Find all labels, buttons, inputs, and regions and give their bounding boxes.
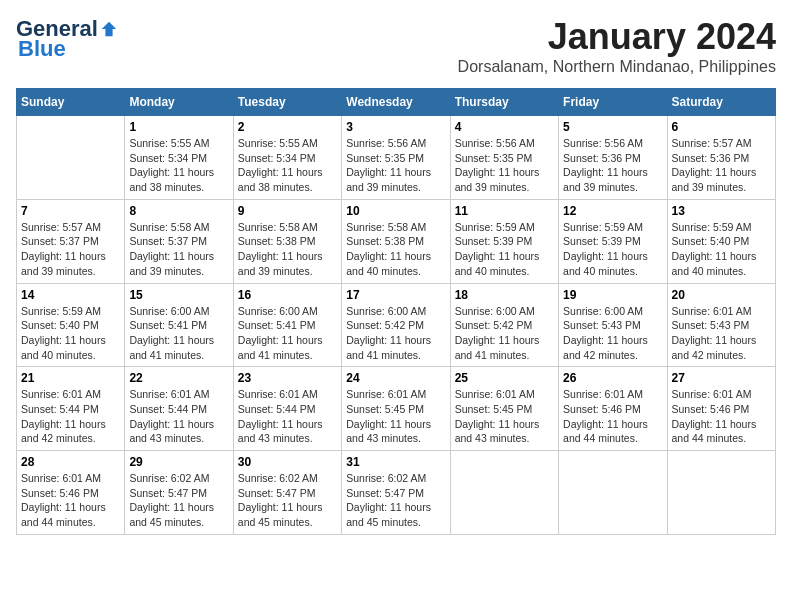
- day-info: Sunrise: 5:57 AM Sunset: 5:37 PM Dayligh…: [21, 220, 120, 279]
- day-number: 10: [346, 204, 445, 218]
- weekday-header: Friday: [559, 89, 667, 116]
- day-info: Sunrise: 5:59 AM Sunset: 5:39 PM Dayligh…: [455, 220, 554, 279]
- weekday-header: Saturday: [667, 89, 775, 116]
- day-info: Sunrise: 6:00 AM Sunset: 5:42 PM Dayligh…: [455, 304, 554, 363]
- day-number: 2: [238, 120, 337, 134]
- calendar-cell: 2Sunrise: 5:55 AM Sunset: 5:34 PM Daylig…: [233, 116, 341, 200]
- day-number: 24: [346, 371, 445, 385]
- day-info: Sunrise: 5:58 AM Sunset: 5:38 PM Dayligh…: [238, 220, 337, 279]
- calendar-cell: 1Sunrise: 5:55 AM Sunset: 5:34 PM Daylig…: [125, 116, 233, 200]
- day-number: 29: [129, 455, 228, 469]
- logo-blue: Blue: [18, 36, 66, 62]
- day-number: 1: [129, 120, 228, 134]
- day-info: Sunrise: 6:00 AM Sunset: 5:41 PM Dayligh…: [238, 304, 337, 363]
- calendar-week-row: 7Sunrise: 5:57 AM Sunset: 5:37 PM Daylig…: [17, 199, 776, 283]
- day-number: 3: [346, 120, 445, 134]
- day-number: 17: [346, 288, 445, 302]
- day-info: Sunrise: 6:01 AM Sunset: 5:46 PM Dayligh…: [21, 471, 120, 530]
- weekday-header: Monday: [125, 89, 233, 116]
- day-number: 5: [563, 120, 662, 134]
- day-info: Sunrise: 6:02 AM Sunset: 5:47 PM Dayligh…: [129, 471, 228, 530]
- day-number: 15: [129, 288, 228, 302]
- day-info: Sunrise: 6:01 AM Sunset: 5:43 PM Dayligh…: [672, 304, 771, 363]
- calendar-cell: 6Sunrise: 5:57 AM Sunset: 5:36 PM Daylig…: [667, 116, 775, 200]
- calendar-cell: [17, 116, 125, 200]
- calendar-cell: 9Sunrise: 5:58 AM Sunset: 5:38 PM Daylig…: [233, 199, 341, 283]
- day-number: 6: [672, 120, 771, 134]
- calendar-cell: 27Sunrise: 6:01 AM Sunset: 5:46 PM Dayli…: [667, 367, 775, 451]
- calendar-title: January 2024: [458, 16, 776, 58]
- day-number: 30: [238, 455, 337, 469]
- calendar-cell: 10Sunrise: 5:58 AM Sunset: 5:38 PM Dayli…: [342, 199, 450, 283]
- calendar-subtitle: Dorsalanam, Northern Mindanao, Philippin…: [458, 58, 776, 76]
- calendar-cell: 20Sunrise: 6:01 AM Sunset: 5:43 PM Dayli…: [667, 283, 775, 367]
- calendar-cell: 11Sunrise: 5:59 AM Sunset: 5:39 PM Dayli…: [450, 199, 558, 283]
- day-number: 19: [563, 288, 662, 302]
- day-info: Sunrise: 6:01 AM Sunset: 5:46 PM Dayligh…: [672, 387, 771, 446]
- page-header: General Blue January 2024 Dorsalanam, No…: [16, 16, 776, 76]
- weekday-header-row: SundayMondayTuesdayWednesdayThursdayFrid…: [17, 89, 776, 116]
- day-info: Sunrise: 6:01 AM Sunset: 5:46 PM Dayligh…: [563, 387, 662, 446]
- calendar-cell: [667, 451, 775, 535]
- calendar-cell: 12Sunrise: 5:59 AM Sunset: 5:39 PM Dayli…: [559, 199, 667, 283]
- day-number: 31: [346, 455, 445, 469]
- calendar-cell: 4Sunrise: 5:56 AM Sunset: 5:35 PM Daylig…: [450, 116, 558, 200]
- day-info: Sunrise: 6:00 AM Sunset: 5:42 PM Dayligh…: [346, 304, 445, 363]
- day-number: 26: [563, 371, 662, 385]
- day-info: Sunrise: 6:00 AM Sunset: 5:43 PM Dayligh…: [563, 304, 662, 363]
- day-number: 27: [672, 371, 771, 385]
- calendar-cell: 3Sunrise: 5:56 AM Sunset: 5:35 PM Daylig…: [342, 116, 450, 200]
- day-number: 23: [238, 371, 337, 385]
- calendar-cell: 29Sunrise: 6:02 AM Sunset: 5:47 PM Dayli…: [125, 451, 233, 535]
- day-info: Sunrise: 5:58 AM Sunset: 5:38 PM Dayligh…: [346, 220, 445, 279]
- day-info: Sunrise: 5:55 AM Sunset: 5:34 PM Dayligh…: [129, 136, 228, 195]
- day-number: 28: [21, 455, 120, 469]
- day-number: 7: [21, 204, 120, 218]
- day-info: Sunrise: 5:55 AM Sunset: 5:34 PM Dayligh…: [238, 136, 337, 195]
- day-info: Sunrise: 6:02 AM Sunset: 5:47 PM Dayligh…: [238, 471, 337, 530]
- weekday-header: Thursday: [450, 89, 558, 116]
- day-number: 18: [455, 288, 554, 302]
- calendar-cell: [450, 451, 558, 535]
- calendar-table: SundayMondayTuesdayWednesdayThursdayFrid…: [16, 88, 776, 535]
- day-info: Sunrise: 5:58 AM Sunset: 5:37 PM Dayligh…: [129, 220, 228, 279]
- calendar-cell: 18Sunrise: 6:00 AM Sunset: 5:42 PM Dayli…: [450, 283, 558, 367]
- title-block: January 2024 Dorsalanam, Northern Mindan…: [458, 16, 776, 76]
- calendar-cell: 19Sunrise: 6:00 AM Sunset: 5:43 PM Dayli…: [559, 283, 667, 367]
- calendar-week-row: 1Sunrise: 5:55 AM Sunset: 5:34 PM Daylig…: [17, 116, 776, 200]
- calendar-week-row: 21Sunrise: 6:01 AM Sunset: 5:44 PM Dayli…: [17, 367, 776, 451]
- day-number: 8: [129, 204, 228, 218]
- day-info: Sunrise: 5:56 AM Sunset: 5:35 PM Dayligh…: [455, 136, 554, 195]
- calendar-cell: 26Sunrise: 6:01 AM Sunset: 5:46 PM Dayli…: [559, 367, 667, 451]
- day-info: Sunrise: 6:01 AM Sunset: 5:45 PM Dayligh…: [455, 387, 554, 446]
- day-info: Sunrise: 6:01 AM Sunset: 5:44 PM Dayligh…: [129, 387, 228, 446]
- day-number: 14: [21, 288, 120, 302]
- calendar-cell: 28Sunrise: 6:01 AM Sunset: 5:46 PM Dayli…: [17, 451, 125, 535]
- day-number: 16: [238, 288, 337, 302]
- weekday-header: Tuesday: [233, 89, 341, 116]
- day-number: 21: [21, 371, 120, 385]
- day-info: Sunrise: 5:57 AM Sunset: 5:36 PM Dayligh…: [672, 136, 771, 195]
- calendar-week-row: 28Sunrise: 6:01 AM Sunset: 5:46 PM Dayli…: [17, 451, 776, 535]
- calendar-cell: 25Sunrise: 6:01 AM Sunset: 5:45 PM Dayli…: [450, 367, 558, 451]
- day-number: 9: [238, 204, 337, 218]
- calendar-cell: 30Sunrise: 6:02 AM Sunset: 5:47 PM Dayli…: [233, 451, 341, 535]
- day-info: Sunrise: 5:56 AM Sunset: 5:36 PM Dayligh…: [563, 136, 662, 195]
- day-number: 25: [455, 371, 554, 385]
- calendar-cell: 22Sunrise: 6:01 AM Sunset: 5:44 PM Dayli…: [125, 367, 233, 451]
- calendar-cell: 24Sunrise: 6:01 AM Sunset: 5:45 PM Dayli…: [342, 367, 450, 451]
- day-number: 11: [455, 204, 554, 218]
- day-info: Sunrise: 6:02 AM Sunset: 5:47 PM Dayligh…: [346, 471, 445, 530]
- weekday-header: Wednesday: [342, 89, 450, 116]
- calendar-cell: [559, 451, 667, 535]
- day-number: 22: [129, 371, 228, 385]
- day-info: Sunrise: 6:01 AM Sunset: 5:44 PM Dayligh…: [21, 387, 120, 446]
- calendar-cell: 31Sunrise: 6:02 AM Sunset: 5:47 PM Dayli…: [342, 451, 450, 535]
- calendar-cell: 15Sunrise: 6:00 AM Sunset: 5:41 PM Dayli…: [125, 283, 233, 367]
- day-number: 4: [455, 120, 554, 134]
- day-number: 20: [672, 288, 771, 302]
- logo: General Blue: [16, 16, 118, 62]
- day-info: Sunrise: 5:59 AM Sunset: 5:40 PM Dayligh…: [21, 304, 120, 363]
- calendar-cell: 17Sunrise: 6:00 AM Sunset: 5:42 PM Dayli…: [342, 283, 450, 367]
- day-info: Sunrise: 6:01 AM Sunset: 5:44 PM Dayligh…: [238, 387, 337, 446]
